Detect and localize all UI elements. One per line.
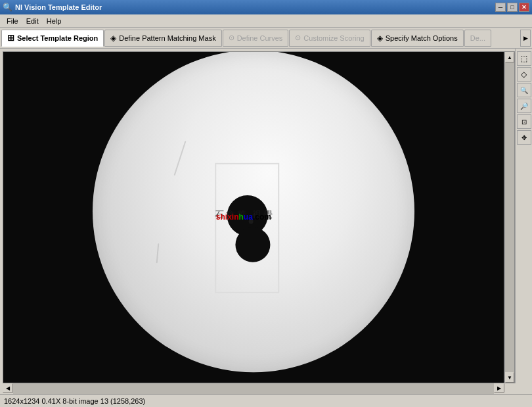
status-bar: 1624x1234 0.41X 8-bit image 13 (1258,263… bbox=[0, 394, 532, 407]
watermark-red: shixin bbox=[216, 212, 239, 222]
select-template-icon: ⊞ bbox=[7, 33, 14, 43]
image-row: 石鑫華 視覺 shixinhua.com ▲ ▼ ⬚ ◇ 🔍 🔎 ⊡ ✥ bbox=[0, 49, 532, 383]
hscroll-row: ◀ ▶ bbox=[3, 383, 504, 394]
tool-zoom-in-button[interactable]: 🔍 bbox=[517, 83, 531, 97]
tool-diamond-button[interactable]: ◇ bbox=[517, 67, 531, 82]
menu-edit[interactable]: Edit bbox=[22, 16, 43, 26]
app-title: NI Vision Template Editor bbox=[15, 3, 102, 11]
tab-overflow-button[interactable]: ▶ bbox=[520, 30, 531, 47]
select-template-label: Select Template Region bbox=[17, 34, 98, 42]
tab-customize-scoring: ⊙ Customize Scoring bbox=[289, 30, 370, 47]
menu-bar: File Edit Help bbox=[0, 14, 532, 28]
tab-define-pattern[interactable]: ◈ Define Pattern Matching Mask bbox=[104, 30, 221, 47]
maximize-button[interactable]: □ bbox=[507, 3, 518, 12]
close-button[interactable]: ✕ bbox=[519, 3, 529, 12]
scroll-horizontal-track[interactable] bbox=[13, 383, 494, 394]
menu-help[interactable]: Help bbox=[43, 16, 66, 26]
watermark-english: shixinhua.com bbox=[216, 212, 271, 222]
customize-scoring-label: Customize Scoring bbox=[303, 34, 364, 42]
watermark-green: h bbox=[239, 212, 244, 222]
status-text: 1624x1234 0.41X 8-bit image 13 (1258,263… bbox=[4, 397, 145, 405]
app-icon: 🔍 bbox=[3, 3, 12, 12]
tab-define-curves: ⊙ Define Curves bbox=[223, 30, 289, 47]
toolbar: ⊞ Select Template Region ◈ Define Patter… bbox=[0, 28, 532, 49]
black-circle-medium bbox=[235, 227, 270, 262]
tool-zoom-out-button[interactable]: 🔎 bbox=[517, 99, 531, 113]
specify-match-label: Specify Match Options bbox=[386, 34, 458, 42]
minimize-button[interactable]: ─ bbox=[495, 3, 506, 12]
content-area: 石鑫華 視覺 shixinhua.com ▲ ▼ ⬚ ◇ 🔍 🔎 ⊡ ✥ ◀ ▶ bbox=[0, 49, 532, 407]
define-pattern-icon: ◈ bbox=[110, 34, 116, 43]
tool-select-button[interactable]: ⬚ bbox=[517, 51, 531, 66]
tool-pan-button[interactable]: ✥ bbox=[517, 130, 531, 145]
menu-file[interactable]: File bbox=[3, 16, 22, 26]
watermark-suffix: .com bbox=[253, 212, 271, 222]
specify-match-icon: ◈ bbox=[377, 34, 383, 43]
de-more-label: De... bbox=[470, 34, 485, 42]
title-bar: 🔍 NI Vision Template Editor ─ □ ✕ bbox=[0, 0, 532, 14]
scroll-down-button[interactable]: ▼ bbox=[505, 372, 514, 383]
customize-scoring-icon: ⊙ bbox=[295, 34, 301, 42]
tool-zoom-fit-button[interactable]: ⊡ bbox=[517, 114, 531, 129]
vertical-scrollbar: ▲ ▼ bbox=[504, 51, 515, 383]
tab-de-more: De... bbox=[464, 30, 491, 47]
scroll-up-button[interactable]: ▲ bbox=[505, 52, 514, 62]
define-curves-icon: ⊙ bbox=[229, 34, 234, 42]
image-canvas: 石鑫華 視覺 shixinhua.com bbox=[3, 51, 504, 383]
right-toolbar: ⬚ ◇ 🔍 🔎 ⊡ ✥ bbox=[515, 49, 532, 383]
define-curves-label: Define Curves bbox=[237, 34, 283, 42]
watermark-blue: ua bbox=[244, 212, 253, 222]
scroll-right-button[interactable]: ▶ bbox=[494, 383, 504, 393]
scroll-left-button[interactable]: ◀ bbox=[3, 383, 13, 393]
tab-select-template[interactable]: ⊞ Select Template Region bbox=[1, 30, 104, 47]
define-pattern-label: Define Pattern Matching Mask bbox=[119, 34, 215, 42]
tab-specify-match[interactable]: ◈ Specify Match Options bbox=[371, 30, 464, 47]
scroll-vertical-track[interactable] bbox=[505, 62, 514, 372]
